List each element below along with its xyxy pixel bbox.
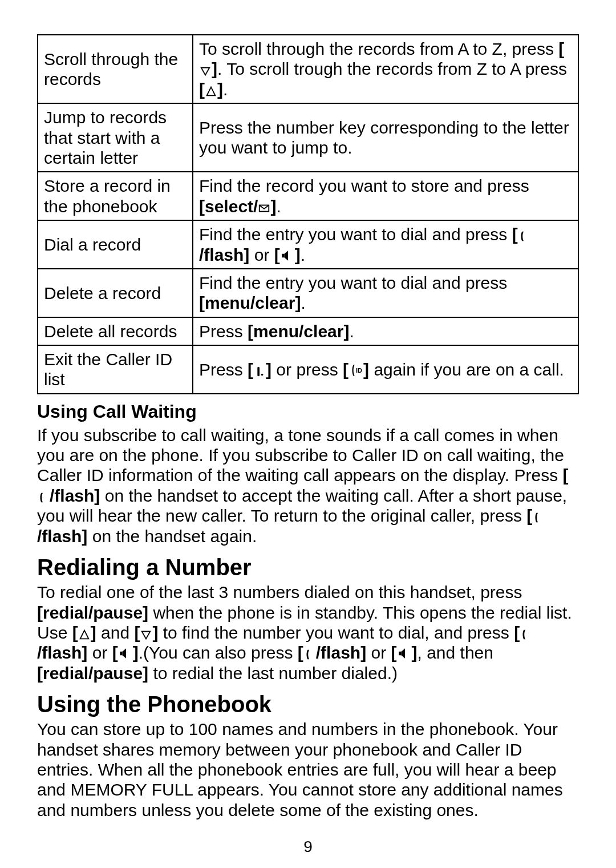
up-triangle-icon [78,628,91,641]
operations-table: Scroll through the records To scroll thr… [37,34,579,394]
speaker-icon [280,248,295,263]
table-row: Exit the Caller ID list Press [] or pres… [38,345,578,394]
op-label: Delete a record [38,269,193,317]
call-waiting-text: If you subscribe to call waiting, a tone… [37,425,579,546]
talk-icon [518,230,530,243]
talk-icon [532,511,545,524]
table-row: Store a record in the phonebook Find the… [38,172,578,220]
op-label: Exit the Caller ID list [38,345,193,394]
op-label: Dial a record [38,220,193,269]
down-triangle-icon [140,628,152,641]
op-desc: Press [menu/clear]. [193,317,578,345]
section-heading-call-waiting: Using Call Waiting [37,401,579,423]
op-desc: Find the entry you want to dial and pres… [193,269,578,317]
svg-text:ID: ID [356,367,362,374]
table-row: Scroll through the records To scroll thr… [38,35,578,103]
svg-rect-5 [120,652,122,656]
section-heading-redial: Redialing a Number [37,554,579,581]
op-label: Jump to records that start with a certai… [38,103,193,172]
svg-rect-1 [282,253,284,257]
speaker-icon [397,646,412,661]
op-desc: Find the entry you want to dial and pres… [193,220,578,269]
talk-icon [37,491,50,504]
phonebook-text: You can store up to 100 names and number… [37,719,579,820]
svg-point-3 [261,373,264,376]
op-label: Store a record in the phonebook [38,172,193,220]
redial-text: To redial one of the last 3 numbers dial… [37,582,579,683]
table-row: Jump to records that start with a certai… [38,103,578,172]
svg-rect-6 [399,652,401,656]
op-desc: To scroll through the records from A to … [193,35,578,103]
envelope-icon [258,202,270,215]
caller-id-icon: ID [348,363,363,378]
talk-icon [303,648,316,661]
end-icon [253,365,266,378]
op-desc: Press [] or press [ID] again if you are … [193,345,578,394]
down-triangle-icon [199,64,212,77]
section-heading-phonebook: Using the Phonebook [37,691,579,718]
manual-page: Scroll through the records To scroll thr… [0,0,616,868]
op-label: Delete all records [38,317,193,345]
page-number: 9 [37,837,579,856]
svg-rect-2 [257,367,260,377]
table-row: Delete a record Find the entry you want … [38,269,578,317]
op-desc: Press the number key corresponding to th… [193,103,578,172]
table-row: Dial a record Find the entry you want to… [38,220,578,269]
speaker-icon [118,646,133,661]
talk-icon [520,628,532,641]
up-triangle-icon [205,85,217,98]
op-desc: Find the record you want to store and pr… [193,172,578,220]
table-row: Delete all records Press [menu/clear]. [38,317,578,345]
op-label: Scroll through the records [38,35,193,103]
